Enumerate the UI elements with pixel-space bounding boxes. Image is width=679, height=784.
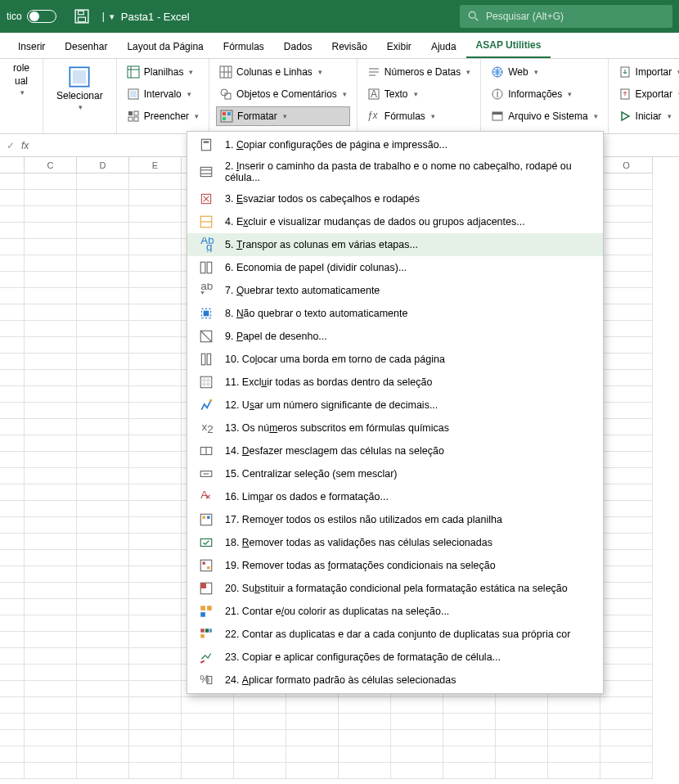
cell[interactable] [0, 517, 25, 534]
cell[interactable] [129, 239, 182, 255]
cell[interactable] [25, 288, 77, 304]
tab-exibir[interactable]: Exibir [377, 35, 421, 58]
cell[interactable] [391, 746, 443, 763]
cell[interactable] [25, 206, 77, 223]
cell[interactable] [600, 239, 653, 255]
cell[interactable] [0, 288, 25, 304]
column-header[interactable]: D [77, 157, 129, 173]
cell[interactable] [25, 681, 77, 697]
cell[interactable] [0, 190, 25, 206]
menu-item-22[interactable]: 22. Contar as duplicatas e dar a cada co… [187, 623, 603, 646]
cell[interactable] [129, 272, 182, 288]
exportar-button[interactable]: Exportar▾ [615, 84, 679, 104]
cell[interactable] [443, 746, 496, 763]
cell[interactable] [25, 468, 77, 484]
column-header[interactable] [0, 157, 25, 173]
menu-item-12[interactable]: 12. Usar um número significante de decim… [187, 394, 603, 417]
cell[interactable] [129, 435, 182, 452]
cell[interactable] [182, 697, 234, 714]
check-icon[interactable]: ✓ [7, 140, 15, 151]
cell[interactable] [600, 304, 653, 321]
cell[interactable] [548, 730, 600, 746]
cell[interactable] [25, 517, 77, 534]
cell[interactable] [129, 484, 182, 501]
cell[interactable] [600, 484, 653, 501]
cell[interactable] [25, 763, 77, 779]
cell[interactable] [600, 632, 653, 648]
menu-item-2[interactable]: 2. Inserir o caminho da pasta de trabalh… [187, 156, 603, 187]
cell[interactable] [496, 763, 548, 779]
cell[interactable] [129, 255, 182, 272]
cell[interactable] [77, 206, 129, 223]
cell[interactable] [25, 272, 77, 288]
preencher-button[interactable]: Preencher▾ [124, 106, 202, 126]
cell[interactable] [0, 272, 25, 288]
cell[interactable] [286, 763, 339, 779]
selecionar-button[interactable]: Selecionar ▾ [50, 62, 110, 115]
tab-desenhar[interactable]: Desenhar [55, 35, 117, 58]
cell[interactable] [286, 746, 339, 763]
cell[interactable] [600, 206, 653, 223]
cell[interactable] [600, 354, 653, 370]
cell[interactable] [0, 665, 25, 681]
cell[interactable] [600, 550, 653, 566]
cell[interactable] [129, 583, 182, 599]
cell[interactable] [0, 501, 25, 517]
cell[interactable] [25, 386, 77, 403]
cell[interactable] [77, 239, 129, 255]
cell[interactable] [129, 452, 182, 468]
cell[interactable] [600, 223, 653, 239]
cell[interactable] [0, 599, 25, 615]
cell[interactable] [129, 501, 182, 517]
cell[interactable] [391, 714, 443, 730]
intervalo-button[interactable]: Intervalo▾ [124, 84, 202, 104]
cell[interactable] [77, 501, 129, 517]
cell[interactable] [129, 223, 182, 239]
cell[interactable] [129, 190, 182, 206]
cell[interactable] [25, 746, 77, 763]
cell[interactable] [25, 304, 77, 321]
tab-inserir[interactable]: Inserir [8, 35, 55, 58]
cell[interactable] [0, 484, 25, 501]
cell[interactable] [77, 370, 129, 386]
cell[interactable] [25, 648, 77, 665]
cell[interactable] [600, 714, 653, 730]
cell[interactable] [129, 550, 182, 566]
cell[interactable] [548, 746, 600, 763]
cell[interactable] [0, 239, 25, 255]
menu-item-23[interactable]: 23. Copiar e aplicar configurações de fo… [187, 646, 603, 669]
cell[interactable] [129, 321, 182, 337]
cell[interactable] [391, 763, 443, 779]
menu-item-21[interactable]: 21. Contar e/ou colorir as duplicatas na… [187, 600, 603, 623]
cell[interactable] [129, 697, 182, 714]
cell[interactable] [0, 714, 25, 730]
cell[interactable] [339, 763, 391, 779]
cell[interactable] [77, 517, 129, 534]
cell[interactable] [600, 386, 653, 403]
cell[interactable] [77, 419, 129, 435]
cell[interactable] [77, 403, 129, 419]
menu-item-6[interactable]: 6. Economia de papel (dividir colunas)..… [187, 256, 603, 279]
cell[interactable] [496, 714, 548, 730]
cell[interactable] [496, 746, 548, 763]
cell[interactable] [25, 223, 77, 239]
texto-button[interactable]: ATexto▾ [364, 84, 474, 104]
cell[interactable] [25, 190, 77, 206]
cell[interactable] [0, 419, 25, 435]
cell[interactable] [129, 599, 182, 615]
cell[interactable] [25, 501, 77, 517]
cell[interactable] [600, 665, 653, 681]
iniciar-button[interactable]: Iniciar▾ [615, 106, 679, 126]
cell[interactable] [77, 681, 129, 697]
cell[interactable] [77, 697, 129, 714]
cell[interactable] [129, 419, 182, 435]
cell[interactable] [600, 599, 653, 615]
cell[interactable] [234, 763, 286, 779]
cell[interactable] [25, 419, 77, 435]
menu-item-15[interactable]: 15. Centralizar seleção (sem mesclar) [187, 462, 603, 485]
cell[interactable] [77, 255, 129, 272]
cell[interactable] [77, 435, 129, 452]
cell[interactable] [129, 681, 182, 697]
cell[interactable] [25, 697, 77, 714]
cell[interactable] [286, 714, 339, 730]
